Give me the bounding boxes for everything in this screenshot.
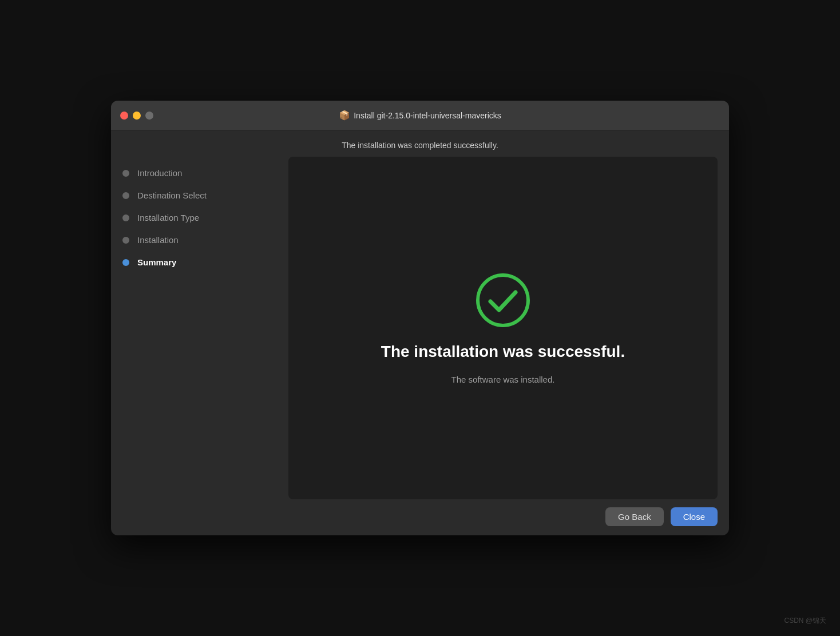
sidebar-label-introduction: Introduction [137, 168, 182, 178]
installer-window: 📦 Install git-2.15.0-intel-universal-mav… [111, 101, 729, 535]
title-icon: 📦 [339, 110, 350, 121]
sidebar-label-destination: Destination Select [137, 190, 207, 200]
top-message: The installation was completed successfu… [111, 130, 729, 157]
window-title: 📦 Install git-2.15.0-intel-universal-mav… [339, 110, 501, 121]
sidebar-dot-introduction [122, 170, 129, 177]
sidebar-item-destination: Destination Select [122, 190, 288, 200]
desktop: 📦 Install git-2.15.0-intel-universal-mav… [0, 0, 840, 636]
svg-point-0 [478, 275, 528, 325]
go-back-button[interactable]: Go Back [605, 507, 664, 526]
bottom-bar: Go Back Close [111, 499, 729, 535]
watermark: CSDN @锦天 [784, 616, 826, 626]
sidebar-label-installation-type: Installation Type [137, 213, 199, 222]
sidebar-item-installation-type: Installation Type [122, 213, 288, 222]
sidebar-dot-installation [122, 237, 129, 244]
title-bar: 📦 Install git-2.15.0-intel-universal-mav… [111, 101, 729, 130]
success-subtitle: The software was installed. [451, 375, 555, 384]
sidebar-item-introduction: Introduction [122, 168, 288, 178]
main-content: Introduction Destination Select Installa… [111, 157, 729, 499]
close-button[interactable] [120, 112, 128, 120]
maximize-button[interactable] [145, 112, 153, 120]
sidebar-label-installation: Installation [137, 235, 179, 245]
minimize-button[interactable] [133, 112, 141, 120]
close-installer-button[interactable]: Close [671, 507, 718, 526]
sidebar-item-installation: Installation [122, 235, 288, 245]
sidebar-label-summary: Summary [137, 257, 176, 267]
sidebar-item-summary: Summary [122, 257, 288, 267]
success-title: The installation was successful. [381, 343, 625, 361]
sidebar-dot-summary [122, 259, 129, 266]
content-panel: The installation was successful. The sof… [288, 157, 718, 499]
sidebar-dot-installation-type [122, 214, 129, 221]
success-icon [474, 272, 532, 329]
window-controls [120, 112, 153, 120]
title-label: Install git-2.15.0-intel-universal-maver… [354, 111, 501, 120]
window-body: The installation was completed successfu… [111, 130, 729, 535]
sidebar-dot-destination [122, 192, 129, 199]
sidebar: Introduction Destination Select Installa… [122, 157, 288, 499]
